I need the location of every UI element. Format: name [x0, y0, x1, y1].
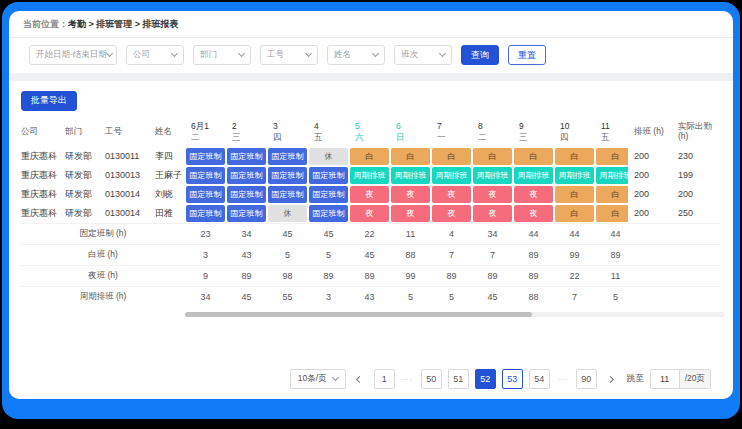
date-cell: 白	[390, 147, 431, 166]
date-week-label: 五	[601, 132, 610, 143]
summary-scheduled-cell	[628, 245, 676, 265]
summary-value: 3	[185, 245, 226, 265]
page-button-50[interactable]: 50	[421, 369, 442, 389]
shift-cell-fixed: 固定班制	[227, 167, 266, 184]
date-header-cell: 7一	[431, 117, 472, 147]
date-cell: 周期排班	[349, 166, 390, 185]
filter-select-name[interactable]: 姓名	[327, 45, 385, 65]
date-week-label: 二	[191, 132, 200, 143]
date-week-label: 三	[232, 132, 241, 143]
pagination: 10条/页1···5051525354···90跳至/20页	[21, 369, 721, 393]
summary-value: 11	[595, 266, 628, 286]
date-cell: 夜	[472, 185, 513, 204]
date-strip: 固定班制固定班制固定班制固定班制夜夜夜夜夜白白	[185, 185, 628, 204]
jump-page-input[interactable]	[650, 369, 680, 389]
filter-select-department[interactable]: 部门	[193, 45, 251, 65]
filter-bar: 开始日期-结束日期公司部门工号姓名班次 查询 重置	[9, 38, 733, 73]
summary-value: 43	[349, 287, 390, 307]
table-cell: 田雅	[155, 204, 185, 223]
date-cell: 夜	[349, 204, 390, 223]
page-button-1[interactable]: 1	[374, 369, 395, 389]
shift-cell-fixed: 固定班制	[227, 186, 266, 203]
next-page-button[interactable]	[603, 369, 619, 389]
date-header-cell: 11五	[595, 117, 628, 147]
summary-values: 34455534355458875	[185, 287, 628, 307]
table-header-row: 公司部门工号姓名6月1二2三3四4五5六6日7一8二9三10四11五排班 (h)…	[21, 117, 721, 147]
summary-value: 5	[595, 287, 628, 307]
summary-scheduled-cell	[628, 224, 676, 244]
shift-cell-day: 白	[596, 148, 628, 165]
summary-value: 45	[308, 224, 349, 244]
search-button[interactable]: 查询	[461, 45, 499, 65]
date-day-label: 7	[437, 121, 442, 132]
shift-cell-cycle: 周期排班	[473, 167, 512, 184]
date-cell: 固定班制	[185, 204, 226, 223]
shift-cells: 固定班制固定班制固定班制固定班制夜夜夜夜夜白白	[185, 185, 628, 204]
date-day-label: 6月1	[191, 121, 209, 132]
date-week-label: 五	[314, 132, 323, 143]
ellipsis-icon: ···	[556, 375, 570, 384]
page-button-54[interactable]: 54	[529, 369, 550, 389]
shift-cell-fixed: 固定班制	[186, 186, 225, 203]
date-cell: 白	[595, 185, 628, 204]
summary-values: 233445452211434444444	[185, 224, 628, 244]
summary-value: 11	[390, 224, 431, 244]
chevron-down-icon	[171, 50, 178, 57]
breadcrumb-path: 考勤 > 排班管理 > 排班报表	[68, 19, 179, 29]
summary-value: 89	[431, 266, 472, 286]
summary-row: 夜班 (h)989988989998989892211	[21, 265, 721, 286]
page-button-51[interactable]: 51	[448, 369, 469, 389]
page-button-90[interactable]: 90	[576, 369, 597, 389]
shift-cell-day: 白	[350, 148, 389, 165]
summary-value: 89	[349, 266, 390, 286]
prev-page-button[interactable]	[352, 369, 368, 389]
total-pages-label: /20页	[680, 369, 711, 389]
summary-values: 34355458877899989	[185, 245, 628, 265]
reset-button[interactable]: 重置	[508, 45, 546, 65]
date-cell: 固定班制	[185, 185, 226, 204]
chevron-down-icon	[305, 50, 312, 57]
summary-value: 7	[472, 245, 513, 265]
shift-cell-day: 白	[514, 148, 553, 165]
summary-value: 44	[554, 224, 595, 244]
table-cell: 0130014	[105, 185, 155, 204]
scheduled-hours-cell: 200	[628, 185, 676, 204]
summary-value: 5	[390, 287, 431, 307]
date-cell: 周期排班	[513, 166, 554, 185]
filter-placeholder: 工号	[267, 49, 284, 61]
batch-export-button[interactable]: 批量导出	[21, 91, 77, 111]
page-button-52[interactable]: 52	[475, 369, 496, 389]
page-size-select[interactable]: 10条/页	[290, 369, 346, 389]
date-day-label: 4	[314, 121, 319, 132]
filter-select-company[interactable]: 公司	[126, 45, 184, 65]
shift-cell-night: 夜	[514, 186, 553, 203]
summary-value: 7	[554, 287, 595, 307]
page-button-53[interactable]: 53	[502, 369, 523, 389]
date-header-cell: 9三	[513, 117, 554, 147]
date-cell: 白	[472, 147, 513, 166]
shift-cell-day: 白	[596, 205, 628, 222]
date-strip: 固定班制固定班制固定班制休白白白白白白白	[185, 147, 628, 166]
report-card: 批量导出 公司部门工号姓名6月1二2三3四4五5六6日7一8二9三10四11五排…	[9, 81, 733, 399]
summary-label: 周期排班 (h)	[21, 287, 185, 307]
date-cell: 周期排班	[595, 166, 628, 185]
shift-cell-night: 夜	[473, 186, 512, 203]
filter-select-date-range[interactable]: 开始日期-结束日期	[29, 45, 117, 65]
date-week-label: 日	[396, 132, 405, 143]
shift-cell-night: 夜	[391, 205, 430, 222]
table-cell: 重庆惠科	[21, 204, 65, 223]
summary-value: 89	[513, 245, 554, 265]
summary-label: 夜班 (h)	[21, 266, 185, 286]
shift-cells: 固定班制固定班制休固定班制夜夜夜夜夜白白	[185, 204, 628, 223]
filter-select-shift[interactable]: 班次	[394, 45, 452, 65]
column-header: 工号	[105, 117, 155, 147]
actual-hours-cell: 230	[676, 147, 726, 166]
date-day-label: 11	[601, 121, 610, 132]
summary-actual-cell	[676, 245, 726, 265]
date-week-label: 二	[478, 132, 487, 143]
shift-cell-fixed: 固定班制	[186, 167, 225, 184]
filter-select-employee-id[interactable]: 工号	[260, 45, 318, 65]
date-header-cell: 8二	[472, 117, 513, 147]
date-day-label: 3	[273, 121, 278, 132]
breadcrumb-prefix: 当前位置：	[23, 19, 68, 29]
